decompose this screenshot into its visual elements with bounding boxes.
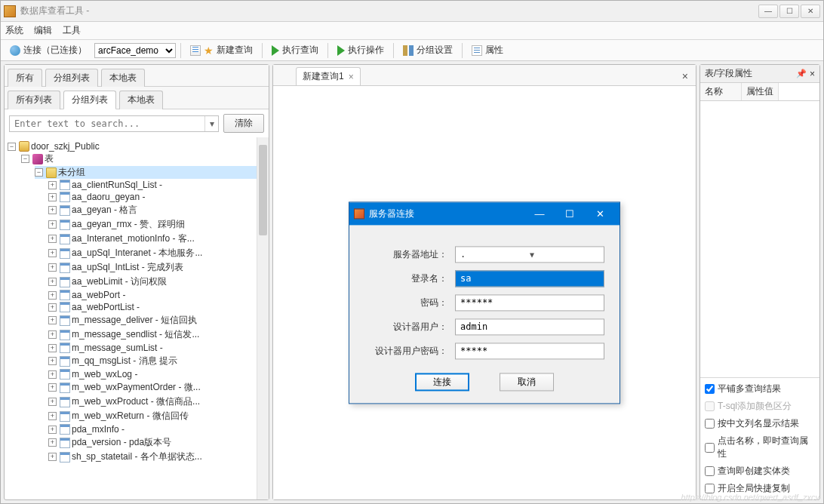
window-title: 数据库查看工具 - <box>20 5 758 17</box>
group-settings-button[interactable]: 分组设置 <box>398 42 457 58</box>
dialog-close[interactable]: ✕ <box>585 205 615 222</box>
tab-group-list-2[interactable]: 分组列表 <box>63 91 116 109</box>
properties-grid-body <box>700 101 819 377</box>
table-icon <box>60 369 70 380</box>
checkbox-label: T-sql添加颜色区分 <box>718 400 792 413</box>
connect-label: 连接（已连接） <box>23 44 87 57</box>
tab-group-list[interactable]: 分组列表 <box>45 69 98 87</box>
tree-table-item[interactable]: +m_qq_msgList - 消息 提示 <box>48 355 269 367</box>
tree-table-item[interactable]: +m_message_sendlist - 短信发... <box>48 328 269 341</box>
pin-icon[interactable]: 📌 <box>796 69 807 78</box>
clear-button[interactable]: 清除 <box>223 114 264 133</box>
dialog-maximize[interactable]: ☐ <box>555 205 585 222</box>
tree-table-item[interactable]: +m_web_wxProduct - 微信商品... <box>48 395 269 408</box>
table-icon <box>60 315 70 326</box>
server-address-combo[interactable]: . ▼ <box>455 246 604 263</box>
table-icon <box>60 248 70 259</box>
checkbox-input[interactable] <box>705 419 715 429</box>
tree-table-item[interactable]: +m_web_wxLog - <box>48 369 269 380</box>
tree-table-item[interactable]: +aa_upSql_IntList - 完成列表 <box>48 261 269 274</box>
tab-local[interactable]: 本地表 <box>101 69 145 87</box>
tree-table-item[interactable]: +aa_webLimit - 访问权限 <box>48 275 269 288</box>
search-dropdown[interactable]: ▾ <box>204 116 218 131</box>
tab-all[interactable]: 所有 <box>8 69 42 87</box>
tree-table-item[interactable]: +aa_upSql_Interanet - 本地服务... <box>48 247 269 260</box>
checkbox-input[interactable] <box>705 484 715 493</box>
tree-wrapper[interactable]: −door_szkj_Public−表−未分组+aa_clientRunSql_… <box>5 137 269 499</box>
tab-new-query-1[interactable]: 新建查询1 × <box>296 67 361 85</box>
tree-table-item[interactable]: +pda_mxInfo - <box>48 424 269 435</box>
checkbox-input[interactable] <box>705 466 715 476</box>
tree-table-item[interactable]: +aa_webPortList - <box>48 302 269 312</box>
option-checkbox: T-sql添加颜色区分 <box>705 400 815 413</box>
panel-close-icon[interactable]: × <box>810 69 815 79</box>
properties-title: 表/字段属性 <box>705 67 752 80</box>
dialog-title: 服务器连接 <box>369 207 414 220</box>
properties-button[interactable]: 属性 <box>467 42 508 58</box>
close-button[interactable]: ✕ <box>801 5 820 18</box>
table-icon <box>60 411 70 422</box>
editor-body[interactable]: 服务器连接 — ☐ ✕ 服务器地址： . ▼ <box>273 86 696 499</box>
cancel-button[interactable]: 取消 <box>500 373 554 391</box>
tree-table-item[interactable]: +m_web_wxPaymentOrder - 微... <box>48 381 269 394</box>
menu-system[interactable]: 系统 <box>5 24 23 37</box>
option-checkbox[interactable]: 查询即创建实体类 <box>705 465 815 478</box>
exec-query-button[interactable]: 执行查询 <box>267 42 323 58</box>
tree-table-item[interactable]: +aa_Interanet_motionInfo - 客... <box>48 232 269 245</box>
table-icon <box>60 330 70 340</box>
login-input[interactable] <box>455 270 604 287</box>
tree-group-ungrouped[interactable]: −未分组 <box>35 166 269 179</box>
dialog-minimize[interactable]: — <box>524 205 555 222</box>
toolbar: 连接（已连接） arcFace_demo ★ 新建查询 执行查询 执行操作 分组… <box>1 40 823 61</box>
tree-table-item[interactable]: +aa_daoru_geyan - <box>48 192 269 202</box>
tree-table-item[interactable]: +m_message_deliver - 短信回执 <box>48 314 269 327</box>
tree-table-item[interactable]: +aa_clientRunSql_List - <box>48 180 269 190</box>
menubar: 系统 编辑 工具 <box>1 22 823 40</box>
book-icon <box>32 154 43 164</box>
tree-table-item[interactable]: +aa_webPort - <box>48 290 269 300</box>
tree-table-item[interactable]: +aa_geyan_rmx - 赞、踩明细 <box>48 218 269 231</box>
close-all-tabs[interactable]: × <box>678 69 693 84</box>
password-input[interactable] <box>455 294 604 311</box>
tab-all-list[interactable]: 所有列表 <box>8 91 60 109</box>
exec-op-button[interactable]: 执行操作 <box>333 42 389 58</box>
tree-table-item[interactable]: +sh_sp_statetail - 各个单据状态... <box>48 450 269 463</box>
tree-table-item[interactable]: +m_message_sumList - <box>48 343 269 353</box>
connect-button[interactable]: 连接（已连接） <box>5 42 91 58</box>
option-checkbox[interactable]: 平铺多查询结果 <box>705 383 815 395</box>
titlebar: 数据库查看工具 - — ☐ ✕ <box>1 1 823 22</box>
checkbox-input[interactable] <box>705 443 715 453</box>
tree-table-item[interactable]: +m_web_wxReturn - 微信回传 <box>48 410 269 423</box>
dialog-titlebar[interactable]: 服务器连接 — ☐ ✕ <box>349 202 620 225</box>
checkbox-input[interactable] <box>705 384 715 394</box>
database-select[interactable]: arcFace_demo <box>94 43 176 58</box>
tree-root[interactable]: −door_szkj_Public <box>8 141 269 152</box>
split-icon <box>403 45 414 56</box>
refresh-icon <box>10 45 20 56</box>
new-query-button[interactable]: ★ 新建查询 <box>186 42 257 58</box>
menu-edit[interactable]: 编辑 <box>34 24 52 37</box>
tab-close-icon[interactable]: × <box>349 72 354 82</box>
table-icon <box>60 277 70 287</box>
option-checkbox[interactable]: 点击名称，即时查询属性 <box>705 435 815 460</box>
minimize-button[interactable]: — <box>758 5 778 18</box>
separator <box>462 43 463 58</box>
table-icon <box>60 438 70 448</box>
designer-password-input[interactable] <box>455 343 604 359</box>
center-panel: 新建查询1 × × 服务器连接 — ☐ ✕ <box>272 64 696 500</box>
menu-tools[interactable]: 工具 <box>63 24 81 37</box>
tree-scrollbar[interactable] <box>257 137 269 499</box>
maximize-button[interactable]: ☐ <box>779 5 799 18</box>
tree-tables[interactable]: −表 <box>21 152 269 165</box>
option-checkbox[interactable]: 开启全局快捷复制 <box>705 482 815 495</box>
content-area: 所有 分组列表 本地表 所有列表 分组列表 本地表 ▾ 清除 −door_szk… <box>1 61 823 503</box>
search-input[interactable] <box>10 118 204 129</box>
tree-table-item[interactable]: +pda_version - pda版本号 <box>48 436 269 449</box>
tree-table-item[interactable]: +aa_geyan - 格言 <box>48 204 269 217</box>
play-icon <box>272 45 279 56</box>
designer-user-input[interactable] <box>455 318 604 335</box>
connect-button[interactable]: 连接 <box>415 373 469 391</box>
table-icon <box>60 302 70 312</box>
tab-local-2[interactable]: 本地表 <box>119 91 163 109</box>
option-checkbox[interactable]: 按中文列名显示结果 <box>705 417 815 430</box>
